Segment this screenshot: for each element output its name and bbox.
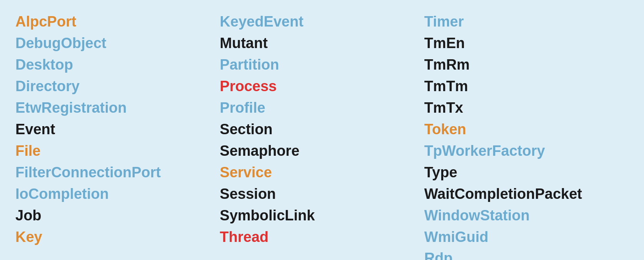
list-item: Rdp... — [424, 248, 629, 260]
list-item: WindowStation — [424, 205, 629, 226]
column-3: TimerTmEnTmRmTmTmTmTxTokenTpWorkerFactor… — [424, 12, 629, 248]
list-item: Directory — [15, 76, 220, 97]
list-item: Thread — [220, 227, 424, 248]
list-item: IoCompletion — [15, 184, 220, 205]
list-item: Type — [424, 162, 629, 183]
list-item: Key — [15, 227, 220, 248]
list-item: SymbolicLink — [220, 205, 424, 226]
list-item: Token — [424, 119, 629, 140]
list-item: FilterConnectionPort — [15, 162, 220, 183]
list-item: WaitCompletionPacket — [424, 184, 629, 205]
list-item: KeyedEvent — [220, 12, 424, 32]
column-2: KeyedEventMutantPartitionProcessProfileS… — [220, 12, 424, 248]
list-item: EtwRegistration — [15, 98, 220, 118]
list-item: WmiGuid — [424, 227, 629, 248]
list-item: Session — [220, 184, 424, 205]
column-1: AlpcPortDebugObjectDesktopDirectoryEtwRe… — [15, 12, 220, 248]
list-item: Mutant — [220, 33, 424, 54]
list-item: Partition — [220, 55, 424, 75]
list-item: Desktop — [15, 55, 220, 75]
list-item: Section — [220, 119, 424, 140]
list-item: File — [15, 141, 220, 162]
list-item: TmTx — [424, 98, 629, 118]
list-item: Job — [15, 205, 220, 226]
list-item: AlpcPort — [15, 12, 220, 32]
list-item: Service — [220, 162, 424, 183]
list-item: TmRm — [424, 55, 629, 75]
list-item: Profile — [220, 98, 424, 118]
list-item: Process — [220, 76, 424, 97]
list-item: TpWorkerFactory — [424, 141, 629, 162]
main-container: AlpcPortDebugObjectDesktopDirectoryEtwRe… — [0, 0, 644, 260]
list-item: Event — [15, 119, 220, 140]
list-item: Semaphore — [220, 141, 424, 162]
list-item: DebugObject — [15, 33, 220, 54]
list-item: TmEn — [424, 33, 629, 54]
list-item: Timer — [424, 12, 629, 32]
list-item: TmTm — [424, 76, 629, 97]
